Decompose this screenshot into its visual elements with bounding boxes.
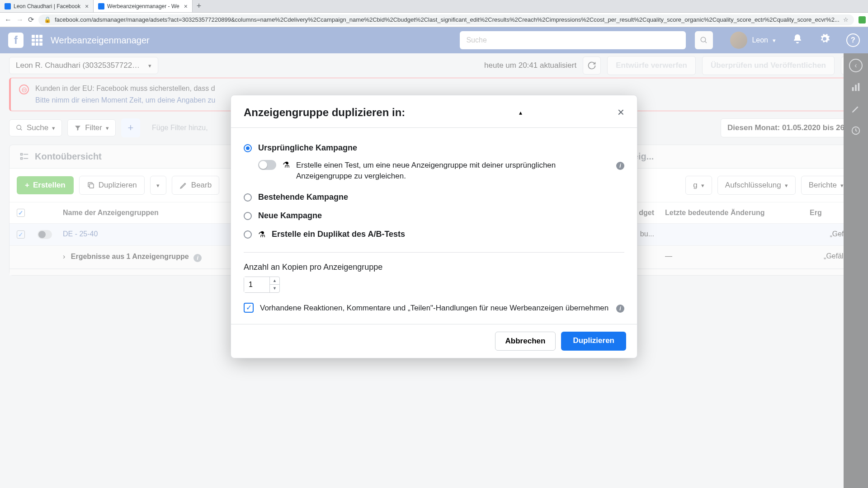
duplicate-modal: Anzeigengruppe duplizieren in: ▴ × Urspr… (231, 95, 637, 358)
reload-button[interactable]: ⟳ (28, 15, 34, 24)
modal-header: Anzeigengruppe duplizieren in: ▴ × (231, 95, 637, 128)
flask-icon: ⚗ (258, 230, 265, 239)
test-toggle-row: ⚗ Erstelle einen Test, um eine neue Anze… (258, 157, 624, 188)
extension-icons: ⋮ (859, 15, 868, 24)
star-icon[interactable]: ☆ (843, 16, 849, 23)
radio-new-campaign[interactable]: Neue Kampagne (244, 206, 624, 225)
modal-overlay: Anzeigengruppe duplizieren in: ▴ × Urspr… (0, 27, 868, 488)
radio-input[interactable] (244, 212, 252, 220)
browser-tab-1[interactable]: Leon Chaudhari | Facebook × (0, 0, 94, 12)
back-button[interactable]: ← (5, 16, 12, 24)
stepper-down[interactable]: ▼ (270, 285, 279, 292)
browser-toolbar: ← → ⟳ 🔒 facebook.com/adsmanager/manage/a… (0, 13, 868, 27)
url-text: facebook.com/adsmanager/manage/adsets?ac… (55, 16, 840, 23)
tab-title: Leon Chaudhari | Facebook (14, 3, 80, 9)
radio-original-campaign[interactable]: Ursprüngliche Kampagne (244, 139, 624, 157)
modal-title: Anzeigengruppe duplizieren in: (244, 106, 405, 119)
copies-input[interactable] (244, 277, 269, 292)
radio-label: Ursprüngliche Kampagne (258, 143, 357, 153)
tab-title: Werbeanzeigenmanager - We (107, 3, 179, 9)
radio-input[interactable] (244, 193, 252, 202)
info-icon[interactable]: i (616, 162, 624, 170)
radio-input[interactable] (244, 144, 252, 152)
radio-label: Bestehende Kampagne (258, 192, 348, 202)
radio-abtest-duplicate[interactable]: ⚗ Erstelle ein Duplikat des A/B-Tests (244, 225, 624, 244)
browser-tab-strip: Leon Chaudhari | Facebook × Werbeanzeige… (0, 0, 868, 13)
checkbox-label: Vorhandene Reaktionen, Kommentare und „T… (260, 303, 610, 314)
modal-body: Ursprüngliche Kampagne ⚗ Erstelle einen … (231, 128, 637, 324)
extension-icon[interactable] (859, 16, 866, 23)
facebook-favicon (98, 3, 104, 9)
duplicate-button[interactable]: Duplizieren (561, 332, 626, 351)
forward-button[interactable]: → (16, 16, 24, 24)
app-content: f Werbeanzeigenmanager Suche Leon ? Leon… (0, 27, 868, 488)
stepper-up[interactable]: ▲ (270, 277, 279, 285)
copies-label: Anzahl an Kopien pro Anzeigengruppe (244, 263, 624, 272)
close-icon[interactable]: × (618, 105, 624, 119)
divider (244, 252, 624, 253)
address-bar[interactable]: 🔒 facebook.com/adsmanager/manage/adsets?… (38, 14, 854, 25)
copies-spinner[interactable]: ▲ ▼ (244, 277, 280, 293)
radio-input[interactable] (244, 230, 252, 239)
radio-label: Erstelle ein Duplikat des A/B-Tests (272, 230, 405, 239)
radio-existing-campaign[interactable]: Bestehende Kampagne (244, 188, 624, 206)
flask-icon: ⚗ (283, 160, 290, 170)
modal-footer: Abbrechen Duplizieren (231, 324, 637, 358)
info-icon[interactable]: i (616, 305, 624, 313)
new-tab-button[interactable]: + (193, 0, 205, 12)
test-description: Erstelle einen Test, um eine neue Anzeig… (296, 160, 610, 182)
test-toggle[interactable] (258, 160, 276, 170)
close-icon[interactable]: × (184, 3, 188, 10)
checkbox[interactable]: ✓ (244, 303, 254, 313)
cancel-button[interactable]: Abbrechen (495, 332, 556, 351)
keep-reactions-row[interactable]: ✓ Vorhandene Reaktionen, Kommentare und … (244, 303, 624, 314)
browser-tab-2[interactable]: Werbeanzeigenmanager - We × (94, 0, 193, 12)
close-icon[interactable]: × (85, 3, 89, 10)
facebook-favicon (5, 3, 11, 9)
radio-label: Neue Kampagne (258, 211, 322, 221)
cursor: ▴ (519, 109, 522, 116)
lock-icon: 🔒 (44, 16, 51, 23)
